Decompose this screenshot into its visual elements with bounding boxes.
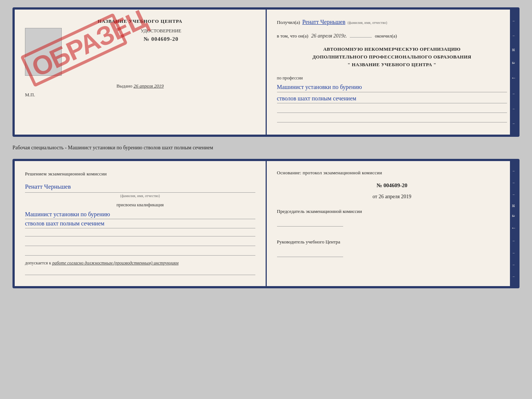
qualification-line1: Машинист установки по бурению xyxy=(25,210,255,219)
date-prefix: в том, что он(а) xyxy=(277,32,309,40)
received-prefix: Получил(а) xyxy=(277,18,300,26)
org-line3: " НАЗВАНИЕ УЧЕБНОГО ЦЕНТРА " xyxy=(277,61,507,69)
photo-stamp-area: УДОСТОВЕРЕНИЕ № 004609-20 xyxy=(25,28,255,76)
top-right-content: Получил(а) Ренатт Черньшев (фамилия, имя… xyxy=(277,17,507,122)
bottom-left-content: Решением экзаменационной комиссии Ренатт… xyxy=(25,170,255,275)
issued-line: Выдано 26 апреля 2019 xyxy=(116,83,164,89)
underline1 xyxy=(25,228,255,236)
osnov-title: Основание: протокол экзаменационной коми… xyxy=(277,168,507,177)
stamp-area: УДОСТОВЕРЕНИЕ № 004609-20 xyxy=(67,28,255,42)
issued-date: 26 апреля 2019 xyxy=(133,83,163,89)
bottom-left-page: Решением экзаменационной комиссии Ренатт… xyxy=(15,161,267,286)
bottom-document: Решением экзаменационной комиссии Ренатт… xyxy=(12,159,520,288)
top-document: НАЗВАНИЕ УЧЕБНОГО ЦЕНТРА УДОСТОВЕРЕНИЕ №… xyxy=(12,7,520,137)
director-label: Руководитель учебного Центра xyxy=(277,237,507,247)
name-hint-top: (фамилия, имя, отчество) xyxy=(348,19,387,26)
допускается-text: работе согласно должностным (производств… xyxy=(52,260,179,266)
qualification-line2: стволов шахт полным сечением xyxy=(25,219,255,228)
profession-line1: Машинист установки по бурению xyxy=(277,82,507,92)
chairman-label: Председатель экзаменационной комиссии xyxy=(277,207,507,216)
received-line: Получил(а) Ренатт Черньшев (фамилия, имя… xyxy=(277,17,507,28)
protocol-number: № 004609-20 xyxy=(277,181,507,190)
underline2 xyxy=(25,238,255,246)
chairman-sig-line xyxy=(277,218,343,227)
org-line2: ДОПОЛНИТЕЛЬНОГО ПРОФЕССИОНАЛЬНОГО ОБРАЗО… xyxy=(277,53,507,61)
photo-placeholder xyxy=(25,28,62,76)
director-block: Руководитель учебного Центра xyxy=(277,237,507,260)
underline4 xyxy=(25,267,255,275)
profession-line2: стволов шахт полным сечением xyxy=(277,94,507,104)
допускается-prefix: допускается к xyxy=(25,260,51,266)
qualification-label: присвоена квалификация xyxy=(25,201,255,209)
допускается-line: допускается к работе согласно должностны… xyxy=(25,259,255,267)
top-right-page: Получил(а) Ренатт Черньшев (фамилия, имя… xyxy=(267,10,518,135)
bottom-right-page: Основание: протокол экзаменационной коми… xyxy=(267,161,518,286)
mp-label: М.П. xyxy=(25,92,255,98)
protocol-date-prefix: от xyxy=(373,194,377,199)
org-block: АВТОНОМНУЮ НЕКОММЕРЧЕСКУЮ ОРГАНИЗАЦИЮ ДО… xyxy=(277,46,507,68)
person-hint: (фамилия, имя, отчество) xyxy=(25,193,255,199)
protocol-date-val: 26 апреля 2019 xyxy=(378,194,411,199)
profession-label: по профессии xyxy=(277,75,303,81)
date-line: в том, что он(а) 26 апреля 2019г. окончи… xyxy=(277,31,507,40)
date-value: 26 апреля 2019г. xyxy=(311,31,347,40)
commission-title: Решением экзаменационной комиссии xyxy=(25,170,255,178)
underline3 xyxy=(25,247,255,256)
director-sig-line xyxy=(277,249,343,257)
protocol-date: от 26 апреля 2019 xyxy=(277,192,507,201)
bottom-right-content: Основание: протокол экзаменационной коми… xyxy=(277,168,507,260)
received-name: Ренатт Черньшев xyxy=(302,17,345,28)
profession-block: по профессии Машинист установки по бурен… xyxy=(277,74,507,122)
date-suffix: окончил(а) xyxy=(375,32,397,40)
person-name: Ренатт Черньшев xyxy=(25,182,255,193)
issued-label: Выдано xyxy=(116,83,132,89)
top-left-title: НАЗВАНИЕ УЧЕБНОГО ЦЕНТРА xyxy=(98,18,183,24)
specialty-label: Рабочая специальность - Машинист установ… xyxy=(12,143,520,152)
cert-label: УДОСТОВЕРЕНИЕ xyxy=(67,28,255,34)
chairman-block: Председатель экзаменационной комиссии xyxy=(277,207,507,230)
top-left-page: НАЗВАНИЕ УЧЕБНОГО ЦЕНТРА УДОСТОВЕРЕНИЕ №… xyxy=(15,10,267,135)
person-block: Ренатт Черньшев (фамилия, имя, отчество) xyxy=(25,182,255,199)
org-line1: АВТОНОМНУЮ НЕКОММЕРЧЕСКУЮ ОРГАНИЗАЦИЮ xyxy=(277,46,507,53)
cert-number: № 004609-20 xyxy=(67,36,255,42)
